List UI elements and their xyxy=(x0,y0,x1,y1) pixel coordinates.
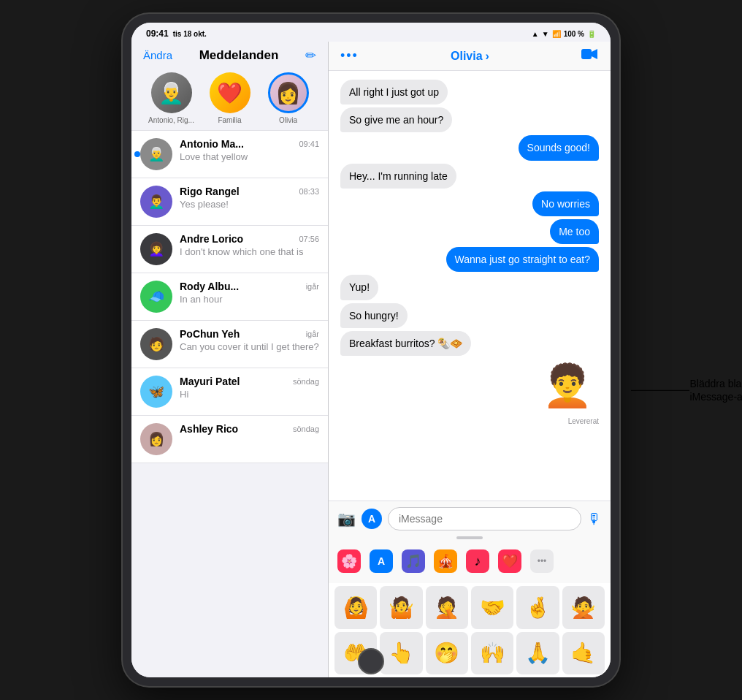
conv-pochun[interactable]: 🧑 PoChun Yeh igår Can you cover it until… xyxy=(131,321,328,368)
memoji-1[interactable]: 🤷 xyxy=(380,586,422,628)
msg-2: So give me an hour? xyxy=(340,107,452,132)
conv-content-andre: Andre Lorico 07:56 I don't know which on… xyxy=(180,233,319,257)
pinned-name-olivia: Olivia xyxy=(279,116,297,124)
conv-preview-rody: In an hour xyxy=(180,294,319,305)
memoji-10[interactable]: 🙏 xyxy=(516,632,559,674)
conv-content-ashley: Ashley Rico söndag xyxy=(180,423,319,436)
conv-name-rody: Rody Albu... xyxy=(180,281,239,292)
camera-button[interactable]: 📷 xyxy=(337,510,356,528)
sidebar: Ändra Meddelanden ✏ 👨‍🦳 Antonio, Rig... xyxy=(131,42,329,677)
conv-preview-mayuri: Hi xyxy=(180,389,319,400)
conv-avatar-rigo: 👨‍🦱 xyxy=(140,186,172,218)
memoji-4[interactable]: 🤞 xyxy=(516,586,559,628)
svg-rect-0 xyxy=(581,49,592,59)
msg-6: Me too xyxy=(550,219,599,244)
annotation: Bläddra bland iMessage-appar. xyxy=(689,377,742,403)
pinned-contact-antonio[interactable]: 👨‍🦳 Antonio, Rig... xyxy=(145,72,198,124)
message-input[interactable] xyxy=(388,507,581,530)
conv-name-rigo: Rigo Rangel xyxy=(180,186,240,197)
unread-dot xyxy=(134,151,140,157)
conv-content-rigo: Rigo Rangel 08:33 Yes please! xyxy=(180,186,319,210)
conv-time-andre: 07:56 xyxy=(299,235,319,243)
avatar-antonio: 👨‍🦳 xyxy=(151,72,192,113)
conv-avatar-pochun: 🧑 xyxy=(140,328,172,360)
conv-name-ashley: Ashley Rico xyxy=(180,423,238,435)
appstore-button[interactable]: A xyxy=(362,509,382,529)
tray-stickers[interactable]: 🎪 xyxy=(434,549,457,573)
conv-preview-antonio: Love that yellow xyxy=(180,151,319,162)
battery-icon: 🔋 xyxy=(587,30,596,38)
tray-audio[interactable]: 🎵 xyxy=(402,549,425,573)
conv-name-andre: Andre Lorico xyxy=(180,233,243,245)
svg-marker-1 xyxy=(592,49,597,59)
conv-time-ashley: söndag xyxy=(293,425,319,433)
tray-music[interactable]: ♪ xyxy=(466,549,489,573)
memoji-8[interactable]: 🤭 xyxy=(426,632,468,674)
tray-heartbeat[interactable]: ❤️ xyxy=(498,549,521,573)
conv-name-antonio: Antonio Ma... xyxy=(180,138,244,150)
conv-rigo[interactable]: 👨‍🦱 Rigo Rangel 08:33 Yes please! xyxy=(131,178,328,226)
msg-4: Hey... I'm running late xyxy=(340,164,456,189)
edit-button[interactable]: Ändra xyxy=(143,49,172,61)
conv-andre[interactable]: 👩‍🦱 Andre Lorico 07:56 I don't know whic… xyxy=(131,226,328,273)
memoji-sent: 🧑‍🦱 xyxy=(542,362,593,408)
chat-header-dots: ••• xyxy=(340,48,359,64)
conv-time-rigo: 08:33 xyxy=(299,187,319,196)
msg-10: Breakfast burritos? 🌯🧇 xyxy=(340,331,471,356)
conv-name-mayuri: Mayuri Patel xyxy=(180,376,240,387)
tray-more[interactable]: ••• xyxy=(530,549,554,573)
chat-contact-name[interactable]: Olivia › xyxy=(451,50,489,63)
conv-avatar-mayuri: 🦋 xyxy=(140,376,172,408)
msg-3: Sounds good! xyxy=(519,135,599,160)
memoji-9[interactable]: 🙌 xyxy=(471,632,513,674)
sidebar-title: Meddelanden xyxy=(199,48,279,63)
memoji-2[interactable]: 🤦 xyxy=(426,586,468,628)
conv-time-pochun: igår xyxy=(306,330,319,338)
video-call-button[interactable] xyxy=(581,47,599,64)
conv-preview-pochun: Can you cover it until I get there? xyxy=(180,341,319,352)
conversation-list: 👨‍🦳 Antonio Ma... 09:41 Love that yellow… xyxy=(131,130,328,677)
conv-preview-rigo: Yes please! xyxy=(180,199,319,210)
sidebar-header: Ändra Meddelanden ✏ xyxy=(131,42,328,66)
pinned-name-antonio: Antonio, Rig... xyxy=(148,116,194,124)
memoji-11[interactable]: 🤙 xyxy=(562,632,605,674)
memoji-0[interactable]: 🙆 xyxy=(334,586,377,628)
home-button[interactable] xyxy=(358,648,384,674)
delivered-status: Levererat xyxy=(568,417,599,425)
input-row: 📷 A 🎙 xyxy=(337,507,602,530)
pinned-contact-familia[interactable]: ❤️ Familia xyxy=(204,72,256,124)
pinned-contacts: 👨‍🦳 Antonio, Rig... ❤️ Familia 👩 xyxy=(131,66,328,130)
chat-header: ••• Olivia › xyxy=(329,42,611,71)
memoji-3[interactable]: 🤝 xyxy=(471,586,513,628)
memoji-5[interactable]: 🙅 xyxy=(562,586,605,628)
msg-7: Wanna just go straight to eat? xyxy=(446,247,599,272)
pinned-contact-olivia[interactable]: 👩 Olivia xyxy=(262,72,315,124)
compose-button[interactable]: ✏ xyxy=(305,47,316,64)
conv-time-antonio: 09:41 xyxy=(299,140,319,148)
conv-antonio-ma[interactable]: 👨‍🦳 Antonio Ma... 09:41 Love that yellow xyxy=(131,130,328,178)
status-bar: 09:41 tis 18 okt. ▲ ▼ 📶 100 % 🔋 xyxy=(131,23,611,42)
conv-mayuri[interactable]: 🦋 Mayuri Patel söndag Hi xyxy=(131,368,328,416)
conv-rody[interactable]: 🧢 Rody Albu... igår In an hour xyxy=(131,273,328,321)
tray-appstore[interactable]: A xyxy=(370,549,393,573)
msg-5: No worries xyxy=(532,191,599,216)
signal-icon: ▼ xyxy=(542,30,549,38)
tray-photos[interactable]: 🌸 xyxy=(337,549,361,573)
app-tray: 🌸 A 🎵 🎪 ♪ ❤️ ••• xyxy=(337,545,602,577)
conv-preview-andre: I don't know which one that is xyxy=(180,246,319,257)
location-icon: ▲ xyxy=(532,30,539,38)
messages-area: All right I just got up So give me an ho… xyxy=(329,71,611,501)
conv-ashley[interactable]: 👩 Ashley Rico söndag xyxy=(131,416,328,463)
msg-9: So hungry! xyxy=(340,303,408,328)
conv-time-mayuri: söndag xyxy=(293,377,319,386)
input-area: 📷 A 🎙 🌸 A 🎵 🎪 ♪ ❤️ xyxy=(329,501,611,583)
conv-avatar-rody: 🧢 xyxy=(140,281,172,313)
wifi-icon: 📶 xyxy=(552,30,561,38)
conv-avatar-antonio: 👨‍🦳 xyxy=(140,138,172,170)
tray-drag-indicator xyxy=(456,536,483,539)
annotation-text: Bläddra bland iMessage-appar. xyxy=(689,377,742,403)
voice-button[interactable]: 🎙 xyxy=(587,511,602,528)
conv-time-rody: igår xyxy=(306,282,319,291)
msg-8: Yup! xyxy=(340,275,378,300)
memoji-7[interactable]: 👆 xyxy=(380,632,422,674)
